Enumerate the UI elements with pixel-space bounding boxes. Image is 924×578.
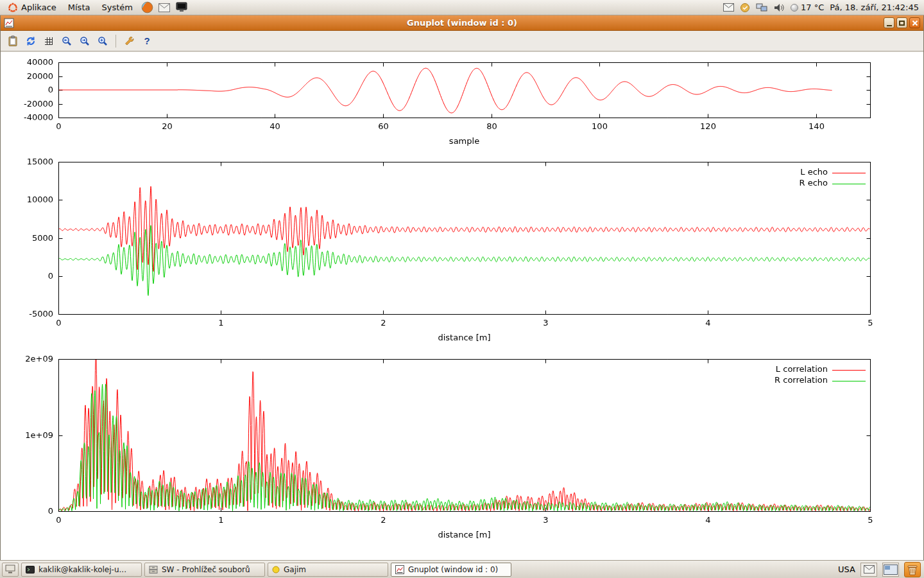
task-file-browser[interactable]: SW - Prohlížeč souborů (144, 563, 265, 577)
panel-menus: Aplikace Místa Systém (3, 1, 190, 15)
autoscale-button[interactable] (94, 33, 111, 49)
plot-area (1, 52, 923, 560)
terminal-icon (26, 566, 35, 574)
tray-mail-icon[interactable] (723, 3, 734, 12)
tray-network-icon[interactable] (756, 3, 767, 12)
titlebar[interactable]: Gnuplot (window id : 0) (1, 15, 923, 31)
zoom-previous-icon (61, 35, 73, 47)
menu-applications-label: Aplikace (21, 3, 56, 12)
menu-system-label: Systém (101, 3, 132, 12)
weather-temperature: 17 °C (801, 3, 824, 12)
taskbar: kaklik@kaklik-kolej-u... SW - Prohlížeč … (0, 560, 924, 578)
task-gnuplot[interactable]: Gnuplot (window id : 0) (391, 563, 511, 577)
trash-icon[interactable] (904, 562, 921, 577)
gnuplot-window: Gnuplot (window id : 0) (0, 15, 924, 560)
refresh-icon (25, 35, 37, 47)
panel-tray: 17 °C Pá, 18. září, 21:42:45 (723, 3, 921, 13)
echo-plot-canvas[interactable] (1, 155, 923, 347)
toolbar: ? (1, 31, 923, 51)
gajim-icon (272, 566, 280, 574)
copy-to-clipboard-button[interactable] (4, 33, 21, 49)
menu-places[interactable]: Místa (63, 2, 96, 13)
task-gajim[interactable]: Gajim (268, 563, 388, 577)
minimize-button[interactable] (884, 17, 894, 28)
signal-plot-canvas[interactable] (1, 55, 923, 152)
maximize-button[interactable] (896, 17, 907, 28)
clock[interactable]: Pá, 18. září, 21:42:45 (830, 3, 919, 12)
terminal-icon[interactable] (174, 1, 190, 15)
minimize-icon (887, 25, 892, 26)
help-button[interactable]: ? (139, 33, 155, 49)
zoom-next-button[interactable] (76, 33, 93, 49)
workspace-switcher[interactable] (882, 563, 899, 577)
maximize-icon (899, 21, 905, 26)
clipboard-icon (7, 35, 19, 47)
keyboard-layout-indicator[interactable]: USA (838, 565, 855, 574)
wrench-icon (123, 35, 135, 47)
task-label: Gajim (284, 565, 306, 574)
task-label: kaklik@kaklik-kolej-u... (38, 565, 126, 574)
toolbar-separator (116, 35, 116, 48)
mail-notification-icon[interactable] (860, 563, 877, 577)
task-label: SW - Prohlížeč souborů (162, 565, 250, 574)
taskbar-tray: USA (838, 562, 922, 577)
weather-applet[interactable]: 17 °C (791, 3, 824, 12)
close-icon (912, 20, 918, 26)
zoom-autoscale-icon (97, 35, 108, 47)
tray-volume-icon[interactable] (773, 3, 785, 13)
weather-icon (791, 4, 798, 12)
menu-system[interactable]: Systém (96, 2, 137, 13)
gnuplot-icon (395, 565, 404, 574)
tray-updates-icon[interactable] (740, 3, 750, 13)
task-terminal[interactable]: kaklik@kaklik-kolej-u... (21, 563, 142, 577)
close-button[interactable] (909, 17, 920, 28)
menu-applications[interactable]: Aplikace (3, 2, 62, 13)
mail-icon[interactable] (157, 1, 173, 15)
file-manager-icon (149, 566, 158, 574)
grid-icon (43, 35, 55, 47)
task-label: Gnuplot (window id : 0) (408, 565, 498, 574)
settings-button[interactable] (121, 33, 137, 49)
help-icon: ? (144, 35, 150, 46)
desktop: Aplikace Místa Systém (0, 0, 924, 578)
top-panel: Aplikace Místa Systém (0, 0, 924, 15)
replot-button[interactable] (22, 33, 39, 49)
zoom-previous-button[interactable] (58, 33, 75, 49)
show-desktop-button[interactable] (2, 563, 19, 577)
zoom-next-icon (79, 35, 90, 47)
correlation-plot-canvas[interactable] (1, 353, 923, 545)
window-buttons (884, 17, 920, 28)
firefox-icon[interactable] (139, 1, 155, 15)
show-desktop-icon (5, 565, 15, 574)
menu-places-label: Místa (68, 3, 90, 12)
ubuntu-logo-icon (8, 3, 18, 13)
window-title: Gnuplot (window id : 0) (1, 18, 923, 28)
toggle-grid-button[interactable] (40, 33, 57, 49)
gnuplot-window-icon (4, 18, 14, 28)
